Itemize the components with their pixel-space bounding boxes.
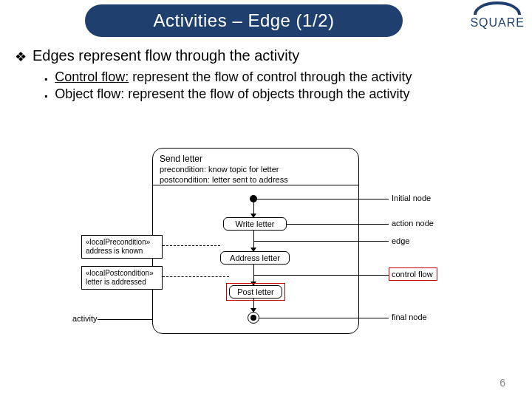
bullet-sub-1-underline: Control flow: [55, 69, 129, 84]
label-action-node: action node [392, 219, 434, 228]
note-local-precondition: «localPrecondition» address is known [81, 235, 163, 259]
bullet-sub-2: ▪ Object flow: represent the flow of obj… [44, 86, 517, 102]
action-node-write: Write letter [223, 217, 287, 231]
pointer-line [253, 275, 389, 276]
label-activity: activity [72, 314, 98, 323]
bullet-main: ❖ Edges represent flow through the activ… [15, 47, 517, 65]
square-bullet-icon: ▪ [44, 74, 47, 84]
highlight-control-flow [389, 267, 437, 281]
pointer-line [287, 224, 389, 225]
note-pre-title: «localPrecondition» [86, 238, 158, 247]
note-connector [163, 276, 229, 277]
pointer-line [253, 241, 389, 242]
note-post-title: «localPostcondition» [86, 269, 158, 278]
brand-text: SQUARE [470, 16, 525, 30]
activity-diagram: Send letter precondition: know topic for… [118, 148, 495, 340]
activity-header: Send letter precondition: know topic for… [160, 154, 288, 185]
bullet-sub-1: ▪ Control flow: represent the flow of co… [44, 69, 517, 85]
pointer-line [257, 199, 389, 200]
bullet-sub-1-text: Control flow: represent the flow of cont… [55, 69, 412, 85]
activity-precondition: precondition: know topic for letter [160, 165, 288, 175]
diamond-bullet-icon: ❖ [15, 49, 27, 65]
note-post-body: letter is addressed [86, 278, 158, 287]
bullet-sub-2-text: Object flow: represent the flow of objec… [55, 86, 409, 102]
note-connector [163, 245, 220, 246]
slide-title: Activities – Edge (1/2) [85, 4, 403, 37]
label-edge: edge [392, 236, 409, 245]
highlight-post-letter [226, 283, 285, 301]
brand-logo: SQUARE [470, 1, 525, 30]
initial-node-icon [250, 195, 257, 202]
square-bullet-icon: ▪ [44, 91, 47, 101]
label-initial-node: Initial node [392, 194, 431, 202]
pointer-line [98, 319, 152, 320]
note-pre-body: address is known [86, 247, 158, 256]
pointer-line [259, 318, 389, 318]
slide-title-text: Activities – Edge (1/2) [154, 10, 335, 31]
page-number: 6 [499, 377, 505, 389]
note-local-postcondition: «localPostcondition» letter is addressed [81, 266, 163, 290]
bullet-sub-1-rest: represent the flow of control through th… [129, 69, 412, 84]
activity-title: Send letter [160, 154, 288, 165]
action-node-address: Address letter [220, 251, 290, 265]
activity-postcondition: postcondition: letter sent to address [160, 175, 288, 185]
final-node-dot-icon [250, 315, 256, 321]
label-final-node: final node [392, 313, 427, 321]
brand-arc-icon [474, 1, 521, 15]
bullet-main-text: Edges represent flow through the activit… [33, 47, 299, 64]
activity-divider [152, 185, 359, 185]
